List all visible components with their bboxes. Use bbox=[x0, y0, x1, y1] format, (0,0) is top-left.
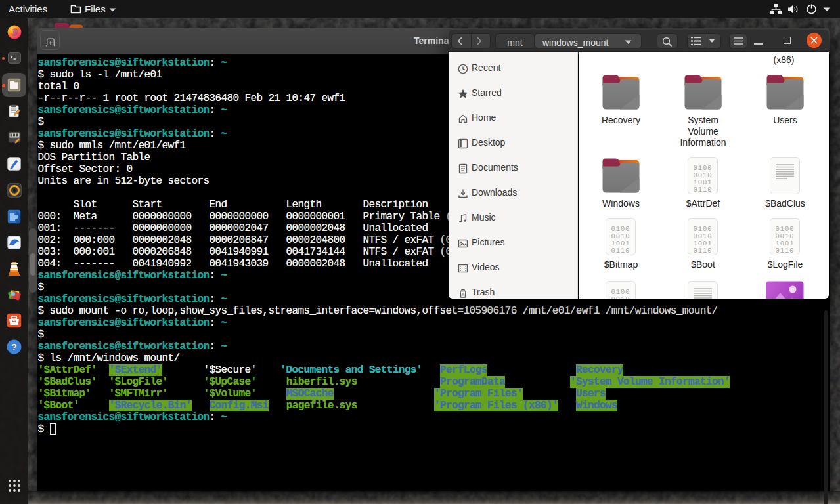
svg-text:0110: 0110 bbox=[693, 247, 712, 255]
svg-text:0110: 0110 bbox=[611, 247, 630, 255]
svg-text:0110: 0110 bbox=[693, 186, 712, 194]
svg-text:?: ? bbox=[11, 342, 17, 352]
svg-text:0110: 0110 bbox=[775, 247, 794, 255]
svg-text:0010: 0010 bbox=[611, 295, 630, 299]
